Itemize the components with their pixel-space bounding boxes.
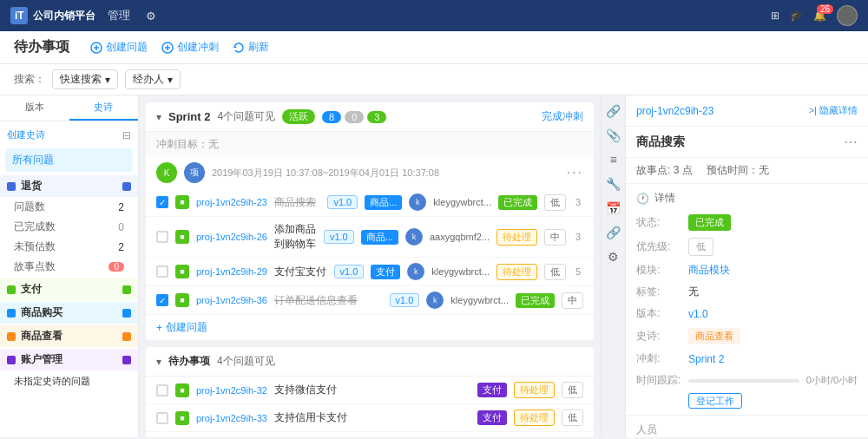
quick-search-select[interactable]: 快速搜索 ▾ <box>52 69 118 89</box>
issue-row-36[interactable]: ✓ ■ proj-1vn2c9ih-36 订单配送信息查看 v1.0 k kle… <box>146 286 594 315</box>
sidebar-icon-share[interactable]: 🔗 <box>605 224 622 241</box>
panel-sprint-row: 冲刺: Sprint 2 <box>636 348 858 370</box>
issue-type-icon-32: ■ <box>175 383 189 397</box>
complete-sprint-btn[interactable]: 完成冲刺 <box>542 109 583 124</box>
epic-value[interactable]: 商品查看 <box>688 328 740 344</box>
version-value[interactable]: v1.0 <box>688 308 708 320</box>
svg-text:iT: iT <box>15 10 24 22</box>
version-tag-26: v1.0 <box>324 230 354 244</box>
user-avatar[interactable] <box>837 5 858 26</box>
assignee-name-29: kleygywbrct... <box>431 266 490 277</box>
refresh-button[interactable]: 刷新 <box>233 40 269 55</box>
status-badge-26: 待处理 <box>496 229 537 246</box>
sidebar-icon-tool[interactable]: 🔧 <box>605 175 622 193</box>
apps-icon[interactable]: ⊞ <box>771 10 779 22</box>
issue-row-29[interactable]: ■ proj-1vn2c9ih-29 支付宝支付 v1.0 支付 k kleyg… <box>146 258 594 286</box>
sidebar-icon-attachment[interactable]: 📎 <box>605 127 622 144</box>
issue-id-26: proj-1vn2c9ih-26 <box>196 232 267 242</box>
gear-icon[interactable]: ⚙ <box>142 10 160 23</box>
group-shop-header[interactable]: 商品购买 <box>0 302 138 324</box>
status-label: 状态: <box>636 215 688 230</box>
story-points-label: 故事点: 3 点 <box>636 163 693 178</box>
panel-more-btn[interactable]: ⋯ <box>844 134 858 150</box>
nav-right: ⊞ 🎓 🔔 26 <box>771 5 858 26</box>
sprint-subheader: 冲刺目标：无 <box>146 132 594 157</box>
group-view-right-indicator <box>122 332 131 341</box>
issue-type-icon-23: ■ <box>175 195 189 209</box>
group-account: 账户管理 <box>0 349 138 370</box>
sprint-menu[interactable]: ··· <box>567 165 583 180</box>
assignee-select[interactable]: 经办人 ▾ <box>125 69 181 89</box>
graduation-icon[interactable]: 🎓 <box>790 10 803 22</box>
group-payment-header[interactable]: 支付 <box>0 278 138 300</box>
sidebar-icon-calendar[interactable]: 📅 <box>605 200 622 217</box>
status-badge-33: 待处理 <box>514 410 555 426</box>
nav-manage[interactable]: 管理 <box>104 8 134 23</box>
issue-row-34[interactable]: ■ proj-1vn2c9ih-34 退货申请 退货 待处理 中 <box>146 432 594 437</box>
user-item-avatar: 项 <box>184 162 205 183</box>
issue-row-33[interactable]: ■ proj-1vn2c9ih-33 支持信用卡支付 支付 待处理 低 <box>146 404 594 432</box>
log-work-btn[interactable]: 登记工作 <box>688 393 742 409</box>
group-payment-indicator <box>7 285 16 294</box>
priority-36: 中 <box>562 292 583 309</box>
group-account-label: 账户管理 <box>21 352 62 367</box>
sprint-label: 冲刺: <box>636 351 688 366</box>
issue-row-26[interactable]: ■ proj-1vn2c9ih-26 添加商品到购物车 v1.0 商品... k… <box>146 217 594 258</box>
assignee-name-36: kleygywbrct... <box>450 295 509 305</box>
tab-epic[interactable]: 史诗 <box>69 95 139 121</box>
issue-checkbox-29[interactable] <box>156 265 168 278</box>
create-sprint-button[interactable]: 创建冲刺 <box>161 40 219 55</box>
sidebar-icon-list[interactable]: ≡ <box>605 151 622 168</box>
tab-version[interactable]: 版本 <box>0 95 69 121</box>
priority-29: 低 <box>544 264 566 280</box>
create-issue-inline-label: 创建问题 <box>166 320 207 335</box>
brand-name: 公司内销平台 <box>33 9 95 23</box>
filter-icon[interactable]: ⊟ <box>122 129 131 141</box>
backlog-chevron[interactable]: ▾ <box>156 356 161 368</box>
issue-type-icon-36: ■ <box>175 293 189 307</box>
issue-checkbox-26[interactable] <box>156 231 168 243</box>
create-epic-link[interactable]: 创建史诗 <box>7 128 45 141</box>
panel-details-title: 🕐 详情 <box>636 191 858 206</box>
create-issue-inline-btn[interactable]: + 创建问题 <box>146 315 594 340</box>
sprint-chevron[interactable]: ▾ <box>156 111 161 123</box>
nav-left: iT 公司内销平台 管理 ⚙ <box>10 7 160 24</box>
sidebar-icon-link[interactable]: 🔗 <box>605 102 622 120</box>
module-tag-32: 支付 <box>477 383 507 397</box>
issue-title-26: 添加商品到购物车 <box>274 222 317 252</box>
issue-checkbox-33[interactable] <box>156 412 168 424</box>
group-payment: 支付 <box>0 278 138 300</box>
people-title: 人员 <box>636 423 858 437</box>
issue-checkbox-23[interactable]: ✓ <box>156 196 168 208</box>
bell-icon[interactable]: 🔔 26 <box>813 10 826 22</box>
issue-checkbox-32[interactable] <box>156 384 168 396</box>
estimate-label: 预估时间：无 <box>707 163 769 178</box>
right-sidebar-icons: 🔗 📎 ≡ 🔧 📅 🔗 ⚙ <box>601 95 625 437</box>
unassigned-epic-item[interactable]: 未指定史诗的问题 <box>0 372 138 390</box>
status-badge-23: 已完成 <box>498 195 537 210</box>
stat-done-value: 0 <box>118 221 124 233</box>
issue-row-23[interactable]: ✓ ■ proj-1vn2c9ih-23 商品搜索 v1.0 商品... k k… <box>146 188 594 217</box>
assignee-label: 经办人 <box>133 72 164 87</box>
brand[interactable]: iT 公司内销平台 <box>10 7 95 24</box>
module-value[interactable]: 商品模块 <box>688 263 730 278</box>
assignee-avatar-29: k <box>407 263 424 280</box>
priority-26: 中 <box>544 229 566 246</box>
sprint-user-row: K 项 2019年03月19日 10:37:08~2019年04月01日 10:… <box>146 157 594 188</box>
group-return-header[interactable]: 退货 <box>0 175 138 197</box>
create-issue-button[interactable]: 创建问题 <box>90 40 148 55</box>
group-view-header[interactable]: 商品查看 <box>0 325 138 347</box>
issue-row-32[interactable]: ■ proj-1vn2c9ih-32 支持微信支付 支付 待处理 低 <box>146 377 594 404</box>
issue-checkbox-36[interactable]: ✓ <box>156 294 168 306</box>
group-account-header[interactable]: 账户管理 <box>0 349 138 370</box>
group-account-right-indicator <box>122 356 131 364</box>
sidebar-icon-settings[interactable]: ⚙ <box>605 248 622 265</box>
panel-tags-row: 标签: 无 <box>636 281 858 303</box>
panel-priority-row: 优先级: 低 <box>636 234 858 259</box>
all-issues-item[interactable]: 所有问题 <box>5 148 133 172</box>
chevron-down-icon2: ▾ <box>168 74 173 86</box>
issue-title-33: 支持信用卡支付 <box>274 410 470 425</box>
sprint-value[interactable]: Sprint 2 <box>688 353 724 365</box>
group-view-label: 商品查看 <box>21 329 62 344</box>
panel-hide-btn[interactable]: >| 隐藏详情 <box>809 104 858 117</box>
